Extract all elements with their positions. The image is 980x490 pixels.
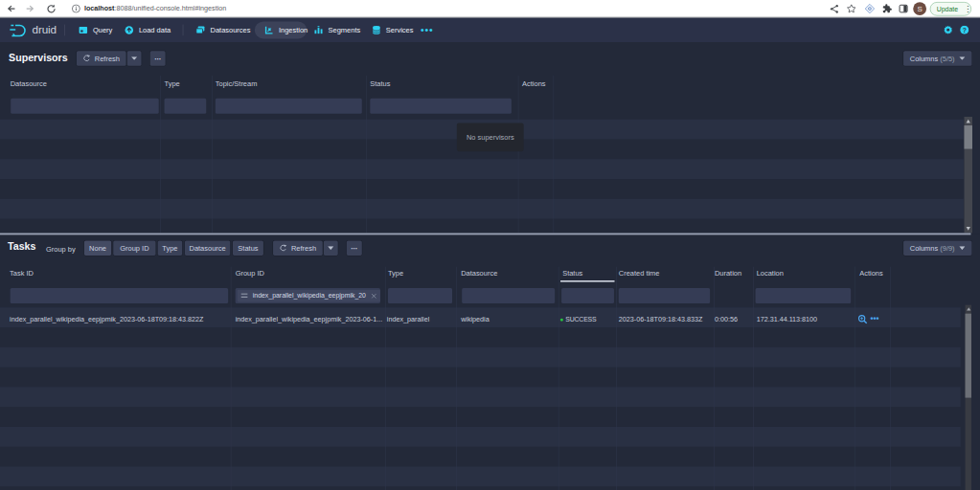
svg-text:?: ? [963, 27, 967, 33]
